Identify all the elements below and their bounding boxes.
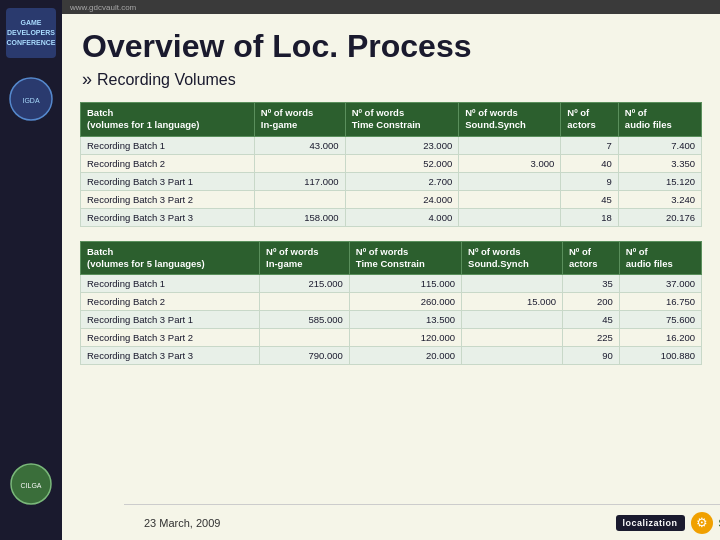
- table-cell: 43.000: [254, 136, 345, 154]
- table2-col-batch: Batch(volumes for 5 languages): [81, 241, 260, 275]
- localization-brand: localization: [616, 515, 685, 531]
- table-cell: 45: [561, 190, 619, 208]
- table-cell: 24.000: [345, 190, 459, 208]
- network-logo-icon: IGDA: [8, 76, 54, 122]
- tables-area: Batch(volumes for 1 language) Nº of word…: [62, 98, 720, 383]
- table-row: Recording Batch 3 Part 3158.0004.0001820…: [81, 208, 702, 226]
- table-cell: 20.000: [349, 347, 461, 365]
- table-cell: 260.000: [349, 293, 461, 311]
- footer: 23 March, 2009 localization ⚙ SUMMIT: [124, 504, 720, 540]
- table-cell: [462, 347, 563, 365]
- gdc-logo: GAMEDEVELOPERSCONFERENCE: [6, 8, 56, 58]
- table-cell: 16.750: [619, 293, 701, 311]
- table-cell: [459, 208, 561, 226]
- table-row: Recording Batch 3 Part 1585.00013.500457…: [81, 311, 702, 329]
- gear-icon: ⚙: [691, 512, 713, 534]
- table-cell: 115.000: [349, 275, 461, 293]
- table2-col-ingame: Nº of wordsIn-game: [260, 241, 350, 275]
- table-cell: [459, 190, 561, 208]
- table-cell: 7: [561, 136, 619, 154]
- table-cell: 7.400: [618, 136, 701, 154]
- table-cell: [462, 311, 563, 329]
- footer-logo: localization ⚙ SUMMIT: [616, 512, 720, 534]
- table1-col-time: Nº of wordsTime Constrain: [345, 103, 459, 137]
- table-cell: 90: [562, 347, 619, 365]
- table-cell: [459, 172, 561, 190]
- table-cell: Recording Batch 1: [81, 275, 260, 293]
- table-cell: 35: [562, 275, 619, 293]
- table1-col-audio: Nº ofaudio files: [618, 103, 701, 137]
- table-cell: 585.000: [260, 311, 350, 329]
- table-cell: [459, 136, 561, 154]
- page-subtitle: Recording Volumes: [62, 69, 720, 98]
- table1-col-sound: Nº of wordsSound.Synch: [459, 103, 561, 137]
- table-cell: 3.000: [459, 154, 561, 172]
- table-cell: 200: [562, 293, 619, 311]
- table-cell: 37.000: [619, 275, 701, 293]
- table-cell: 20.176: [618, 208, 701, 226]
- sidebar: GAMEDEVELOPERSCONFERENCE IGDA CILGA: [0, 0, 62, 540]
- table2-col-audio: Nº ofaudio files: [619, 241, 701, 275]
- table-5-languages: Batch(volumes for 5 languages) Nº of wor…: [80, 241, 702, 366]
- table-cell: 52.000: [345, 154, 459, 172]
- table-cell: 3.240: [618, 190, 701, 208]
- table-cell: 75.600: [619, 311, 701, 329]
- table1-col-batch: Batch(volumes for 1 language): [81, 103, 255, 137]
- svg-text:CILGA: CILGA: [20, 482, 41, 489]
- table2-col-actors: Nº ofactors: [562, 241, 619, 275]
- table-cell: 45: [562, 311, 619, 329]
- table-row: Recording Batch 1215.000115.0003537.000: [81, 275, 702, 293]
- table-cell: Recording Batch 3 Part 2: [81, 329, 260, 347]
- table-row: Recording Batch 143.00023.00077.400: [81, 136, 702, 154]
- table-cell: 16.200: [619, 329, 701, 347]
- table-cell: 18: [561, 208, 619, 226]
- page-title: Overview of Loc. Process: [62, 14, 720, 69]
- table2-col-sound: Nº of wordsSound.Synch: [462, 241, 563, 275]
- table-cell: 40: [561, 154, 619, 172]
- table-cell: 117.000: [254, 172, 345, 190]
- table-cell: Recording Batch 2: [81, 154, 255, 172]
- table-row: Recording Batch 2260.00015.00020016.750: [81, 293, 702, 311]
- table-cell: 225: [562, 329, 619, 347]
- main-content: www.gdcvault.com Overview of Loc. Proces…: [62, 0, 720, 540]
- table1-header-row: Batch(volumes for 1 language) Nº of word…: [81, 103, 702, 137]
- table-cell: [260, 329, 350, 347]
- table-cell: Recording Batch 3 Part 3: [81, 347, 260, 365]
- table-cell: [254, 154, 345, 172]
- table-row: Recording Batch 3 Part 1117.0002.700915.…: [81, 172, 702, 190]
- localization-globe-icon: CILGA: [9, 462, 53, 506]
- header-bar: www.gdcvault.com: [62, 0, 720, 14]
- table-row: Recording Batch 3 Part 2120.00022516.200: [81, 329, 702, 347]
- table-cell: 100.880: [619, 347, 701, 365]
- table-cell: Recording Batch 3 Part 1: [81, 311, 260, 329]
- table-cell: 13.500: [349, 311, 461, 329]
- table-cell: Recording Batch 3 Part 3: [81, 208, 255, 226]
- table-cell: 790.000: [260, 347, 350, 365]
- table-row: Recording Batch 3 Part 224.000453.240: [81, 190, 702, 208]
- footer-date: 23 March, 2009: [144, 517, 220, 529]
- table-cell: Recording Batch 3 Part 2: [81, 190, 255, 208]
- table-cell: Recording Batch 3 Part 1: [81, 172, 255, 190]
- table-cell: Recording Batch 1: [81, 136, 255, 154]
- table-cell: 23.000: [345, 136, 459, 154]
- table-cell: 15.120: [618, 172, 701, 190]
- svg-text:IGDA: IGDA: [22, 97, 39, 104]
- table-cell: [462, 329, 563, 347]
- table1-col-actors: Nº ofactors: [561, 103, 619, 137]
- table-row: Recording Batch 3 Part 3790.00020.000901…: [81, 347, 702, 365]
- table-row: Recording Batch 252.0003.000403.350: [81, 154, 702, 172]
- table-1-language: Batch(volumes for 1 language) Nº of word…: [80, 102, 702, 227]
- table-cell: 215.000: [260, 275, 350, 293]
- table-cell: 3.350: [618, 154, 701, 172]
- table-cell: [462, 275, 563, 293]
- table-cell: Recording Batch 2: [81, 293, 260, 311]
- table-cell: 15.000: [462, 293, 563, 311]
- table-cell: 4.000: [345, 208, 459, 226]
- table2-col-time: Nº of wordsTime Constrain: [349, 241, 461, 275]
- table-cell: [254, 190, 345, 208]
- table-cell: 120.000: [349, 329, 461, 347]
- table2-header-row: Batch(volumes for 5 languages) Nº of wor…: [81, 241, 702, 275]
- header-bar-text: www.gdcvault.com: [70, 3, 136, 12]
- table-cell: 158.000: [254, 208, 345, 226]
- table-cell: 2.700: [345, 172, 459, 190]
